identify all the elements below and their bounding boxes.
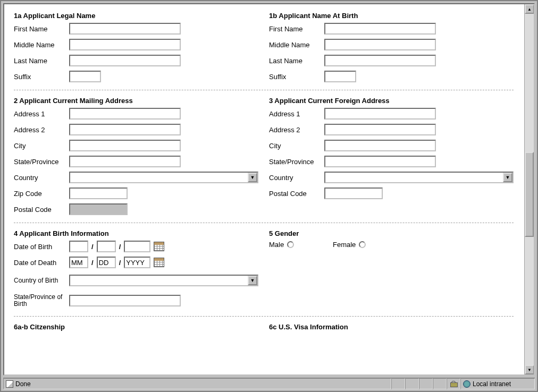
scroll-up-arrow-icon[interactable]: ▲ bbox=[525, 4, 534, 14]
s2-state-label: State/Province bbox=[14, 158, 66, 166]
vertical-scrollbar[interactable]: ▲ ▼ bbox=[524, 4, 534, 374]
section-1b-title: 1b Applicant Name At Birth bbox=[269, 12, 514, 20]
s3-country-value bbox=[325, 173, 503, 182]
s3-country-select[interactable]: ▼ bbox=[324, 172, 514, 183]
date-separator: / bbox=[91, 259, 94, 267]
s3-addr1-input[interactable] bbox=[324, 108, 436, 120]
calendar-icon[interactable] bbox=[154, 258, 164, 267]
divider bbox=[14, 223, 514, 223]
browser-window: 1a Applicant Legal Name First Name Middl… bbox=[0, 0, 538, 392]
s1a-last-label: Last Name bbox=[14, 57, 66, 65]
s1a-suffix-label: Suffix bbox=[14, 73, 66, 81]
s2-addr2-label: Address 2 bbox=[14, 126, 66, 134]
s4-dob-mm-input[interactable] bbox=[69, 241, 88, 252]
s2-postal-input bbox=[69, 203, 128, 215]
s1b-suffix-label: Suffix bbox=[269, 73, 321, 81]
s1b-first-input[interactable] bbox=[324, 23, 436, 35]
content-frame: 1a Applicant Legal Name First Name Middl… bbox=[3, 3, 535, 376]
s4-dob-dd-input[interactable] bbox=[97, 241, 116, 252]
s2-postal-label: Postal Code bbox=[14, 206, 66, 214]
s2-addr1-input[interactable] bbox=[69, 108, 181, 120]
chevron-down-icon[interactable]: ▼ bbox=[503, 173, 512, 182]
status-bar: Done Local intranet bbox=[3, 378, 535, 389]
s3-addr2-input[interactable] bbox=[324, 124, 436, 135]
scrollbar-track[interactable] bbox=[525, 14, 534, 365]
lock-icon bbox=[450, 381, 457, 387]
s3-state-input[interactable] bbox=[324, 156, 436, 167]
s2-country-label: Country bbox=[14, 174, 66, 182]
section-2-title: 2 Applicant Current Mailing Address bbox=[14, 97, 258, 105]
chevron-down-icon[interactable]: ▼ bbox=[248, 276, 257, 285]
s3-country-label: Country bbox=[269, 174, 321, 182]
status-lock-pane bbox=[447, 378, 460, 389]
s3-state-label: State/Province bbox=[269, 158, 321, 166]
s2-addr2-input[interactable] bbox=[69, 124, 181, 135]
s3-addr1-label: Address 1 bbox=[269, 110, 321, 118]
s3-postal-label: Postal Code bbox=[269, 190, 321, 198]
s4-spob-label: State/Province of Birth bbox=[14, 294, 66, 307]
s2-country-select[interactable]: ▼ bbox=[69, 172, 258, 183]
s3-postal-input[interactable] bbox=[324, 188, 383, 199]
gender-female-label: Female bbox=[333, 241, 356, 249]
s1a-middle-input[interactable] bbox=[69, 39, 181, 50]
s1b-suffix-input[interactable] bbox=[324, 71, 356, 82]
s1a-first-label: First Name bbox=[14, 25, 66, 33]
status-empty-pane bbox=[405, 378, 419, 389]
s1b-middle-input[interactable] bbox=[324, 39, 436, 50]
form-viewport: 1a Applicant Legal Name First Name Middl… bbox=[4, 4, 524, 374]
status-left-pane: Done bbox=[3, 378, 391, 389]
s2-country-value bbox=[70, 173, 248, 182]
s3-city-label: City bbox=[269, 142, 321, 150]
section-5-title: 5 Gender bbox=[269, 229, 514, 237]
s4-cob-select[interactable]: ▼ bbox=[69, 275, 258, 286]
chevron-down-icon[interactable]: ▼ bbox=[248, 173, 257, 182]
s2-city-input[interactable] bbox=[69, 140, 181, 151]
status-zone-pane: Local intranet bbox=[460, 378, 535, 389]
globe-icon bbox=[463, 380, 470, 388]
s4-dod-label: Date of Death bbox=[14, 259, 66, 267]
gender-male-label: Male bbox=[269, 241, 284, 249]
section-4-title: 4 Applicant Birth Information bbox=[14, 229, 258, 237]
date-separator: / bbox=[119, 243, 121, 251]
date-separator: / bbox=[91, 243, 94, 251]
s3-addr2-label: Address 2 bbox=[269, 126, 321, 134]
scrollbar-thumb[interactable] bbox=[525, 152, 534, 237]
s2-zip-label: Zip Code bbox=[14, 190, 66, 198]
gender-male-radio[interactable] bbox=[287, 241, 294, 248]
status-zone-text: Local intranet bbox=[473, 380, 511, 388]
divider bbox=[14, 90, 514, 90]
s3-city-input[interactable] bbox=[324, 140, 436, 151]
s1b-first-label: First Name bbox=[269, 25, 321, 33]
status-empty-pane bbox=[391, 378, 405, 389]
s4-dod-mm-input[interactable] bbox=[69, 257, 88, 268]
s1b-last-label: Last Name bbox=[269, 57, 321, 65]
s1a-last-input[interactable] bbox=[69, 55, 181, 66]
status-empty-pane bbox=[433, 378, 447, 389]
s2-state-input[interactable] bbox=[69, 156, 181, 167]
s2-zip-input[interactable] bbox=[69, 188, 128, 199]
calendar-icon[interactable] bbox=[154, 242, 164, 251]
status-empty-pane bbox=[419, 378, 433, 389]
s1a-middle-label: Middle Name bbox=[14, 41, 66, 49]
s1a-first-input[interactable] bbox=[69, 23, 181, 35]
divider bbox=[14, 316, 514, 317]
section-3-title: 3 Applicant Current Foreign Address bbox=[269, 97, 514, 105]
section-6c-title: 6c U.S. Visa Information bbox=[269, 323, 514, 331]
section-6ab-title: 6a-b Citzenship bbox=[14, 323, 258, 331]
s2-addr1-label: Address 1 bbox=[14, 110, 66, 118]
s4-cob-value bbox=[70, 276, 248, 285]
section-1a-title: 1a Applicant Legal Name bbox=[14, 12, 258, 20]
scroll-down-arrow-icon[interactable]: ▼ bbox=[525, 365, 534, 374]
s2-city-label: City bbox=[14, 142, 66, 150]
s4-dod-dd-input[interactable] bbox=[97, 257, 116, 268]
s4-dob-yyyy-input[interactable] bbox=[124, 241, 150, 252]
page-icon bbox=[6, 380, 13, 388]
s4-dod-yyyy-input[interactable] bbox=[124, 257, 150, 268]
s1b-last-input[interactable] bbox=[324, 55, 436, 66]
date-separator: / bbox=[119, 259, 121, 267]
s4-spob-input[interactable] bbox=[69, 295, 181, 306]
s1b-middle-label: Middle Name bbox=[269, 41, 321, 49]
s4-dob-label: Date of Birth bbox=[14, 243, 66, 251]
gender-female-radio[interactable] bbox=[359, 241, 366, 248]
s1a-suffix-input[interactable] bbox=[69, 71, 101, 82]
